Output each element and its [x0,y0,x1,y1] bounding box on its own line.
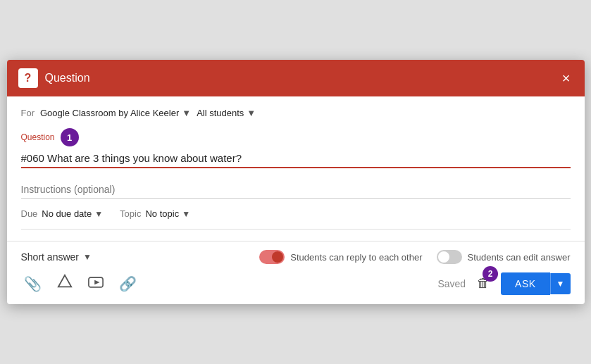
topic-dropdown[interactable]: No topic ▼ [145,208,190,219]
saved-label: Saved [437,278,466,289]
question-label-row: Question 1 [21,128,571,146]
youtube-button[interactable] [85,272,106,294]
due-dropdown[interactable]: No due date ▼ [42,208,103,219]
due-value: No due date [42,208,92,219]
edit-toggle-group: Students can edit answer [437,250,571,264]
class-dropdown-arrow: ▼ [182,108,191,118]
question-mark-icon: ? [18,68,38,88]
footer-top: Short answer ▼ Students can reply to eac… [21,250,571,264]
students-value: All students [197,108,244,118]
question-label-text: Question [21,132,55,142]
students-dropdown[interactable]: All students ▼ [197,108,256,118]
students-dropdown-arrow: ▼ [247,108,256,118]
ask-button[interactable]: ASK [501,272,550,295]
header-left: ? Question [18,68,90,88]
answer-type-dropdown[interactable]: Short answer ▼ [21,251,92,263]
for-row: For Google Classroom by Alice Keeler ▼ A… [21,108,571,118]
dialog-title: Question [45,72,90,84]
link-button[interactable]: 🔗 [116,272,139,295]
dialog-footer: Short answer ▼ Students can reply to eac… [7,241,585,304]
attachment-icon: 📎 [24,275,42,292]
for-label: For [21,108,35,118]
edit-toggle-label: Students can edit answer [468,252,571,263]
due-section: Due No due date ▼ [21,208,104,219]
step-badge-1: 1 [61,128,79,146]
footer-actions: 📎 [21,271,571,296]
delete-button[interactable]: 🗑 2 [474,273,492,294]
instructions-input[interactable] [21,177,571,199]
topic-dropdown-arrow: ▼ [182,209,190,219]
reply-toggle-group: Students can reply to each other [259,250,422,264]
ask-button-group: ASK ▼ [501,272,570,295]
right-actions: Saved 🗑 2 ASK ▼ [437,272,570,295]
topic-label: Topic [120,208,141,219]
class-dropdown[interactable]: Google Classroom by Alice Keeler ▼ [40,108,191,118]
answer-type-arrow: ▼ [83,252,92,262]
youtube-icon [88,275,104,291]
reply-toggle-label: Students can reply to each other [290,252,422,263]
svg-marker-0 [58,275,70,287]
drive-button[interactable] [54,271,75,296]
attachment-buttons: 📎 [21,271,139,296]
step-badge-2: 2 [483,266,498,282]
topic-value: No topic [145,208,179,219]
close-button[interactable]: × [559,68,573,88]
svg-marker-2 [94,280,99,284]
due-topic-row: Due No due date ▼ Topic No topic ▼ [21,208,571,230]
question-dialog: ? Question × For Google Classroom by Ali… [7,60,585,304]
dialog-body: For Google Classroom by Alice Keeler ▼ A… [7,96,585,241]
topic-section: Topic No topic ▼ [120,208,190,219]
answer-type-label: Short answer [21,251,79,263]
attachment-button[interactable]: 📎 [21,272,44,295]
edit-toggle[interactable] [437,250,462,264]
link-icon: 🔗 [119,275,137,292]
dialog-header: ? Question × [7,60,585,96]
due-label: Due [21,208,38,219]
due-dropdown-arrow: ▼ [94,209,103,219]
ask-dropdown-button[interactable]: ▼ [550,273,571,294]
reply-toggle[interactable] [259,250,285,264]
class-name: Google Classroom by Alice Keeler [40,108,179,118]
toggles-row: Students can reply to each other Student… [259,250,570,264]
question-input[interactable] [21,149,571,168]
drive-icon [57,274,73,293]
